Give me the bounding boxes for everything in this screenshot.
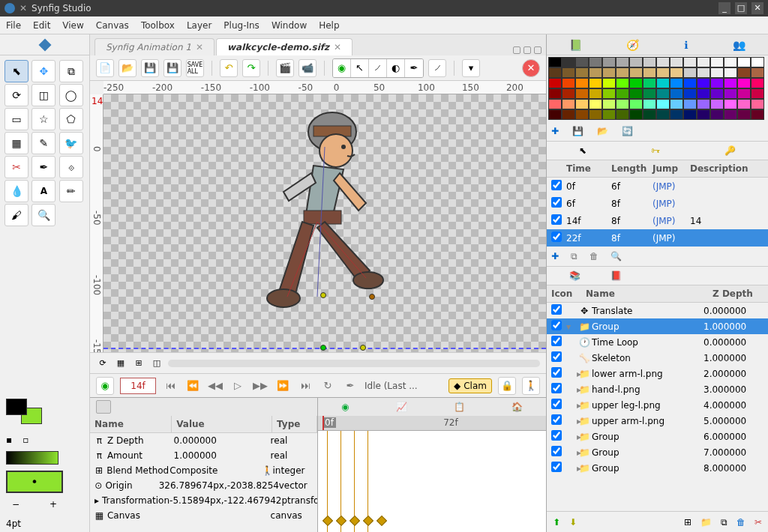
color-swatch[interactable] xyxy=(751,57,764,67)
timeline-body[interactable] xyxy=(318,431,546,532)
col-header-type[interactable]: Type xyxy=(272,416,317,432)
layer-row[interactable]: ▸📁upper leg-l.png4.000000 xyxy=(547,397,768,413)
color-swatch[interactable] xyxy=(737,57,751,67)
save-all-button[interactable]: SAVEALL xyxy=(186,59,204,77)
menu-edit[interactable]: Edit xyxy=(33,20,50,31)
color-swatch[interactable] xyxy=(562,57,575,67)
tool-spline[interactable]: ✎ xyxy=(32,132,56,154)
info-tab-icon[interactable]: ℹ xyxy=(684,39,688,51)
menu-plugins[interactable]: Plug-Ins xyxy=(224,20,260,31)
color-swatch[interactable] xyxy=(643,57,656,67)
col-header-icon[interactable]: Icon xyxy=(547,285,581,302)
swap-small-icon2[interactable]: ▫ xyxy=(22,435,28,445)
seek-next-kf-button[interactable]: ⏩ xyxy=(274,378,291,394)
open-file-button[interactable]: 📂 xyxy=(118,59,136,77)
color-swatch[interactable] xyxy=(670,78,683,88)
color-swatch[interactable] xyxy=(724,67,737,78)
col-header-time[interactable]: Time xyxy=(562,160,607,177)
clamp-button[interactable]: ◆ Clam xyxy=(448,378,492,393)
color-swatch[interactable] xyxy=(670,88,683,99)
kf-active-icon[interactable]: 🔑 xyxy=(724,145,736,156)
param-row[interactable]: ⊞Blend MethodComposite🚶integer xyxy=(90,463,317,478)
color-swatch[interactable] xyxy=(548,99,562,109)
color-swatch[interactable] xyxy=(710,67,724,78)
color-swatch[interactable] xyxy=(602,88,616,99)
color-swatch[interactable] xyxy=(751,99,764,109)
color-swatch[interactable] xyxy=(656,78,670,88)
col-header-description[interactable]: Description xyxy=(686,160,753,177)
loop-button[interactable]: ↻ xyxy=(320,378,336,394)
color-swatch[interactable] xyxy=(737,99,751,109)
feather-button[interactable]: ✒ xyxy=(405,59,423,77)
layer-row[interactable]: ▸📁upper arm-l.png5.000000 xyxy=(547,413,768,429)
tool-rectangle[interactable]: ▭ xyxy=(4,108,28,130)
canvas-stage[interactable] xyxy=(104,94,546,352)
layer-group-icon[interactable]: 📁 xyxy=(700,517,712,528)
toolbox-tab[interactable] xyxy=(0,34,89,55)
color-swatch[interactable] xyxy=(575,78,589,88)
palette-add-icon[interactable]: ✚ xyxy=(551,126,559,136)
params-tab-icon[interactable] xyxy=(96,400,111,414)
color-swatch[interactable] xyxy=(589,88,602,99)
tool-scale[interactable]: ⧉ xyxy=(59,60,83,82)
curves-tab-icon[interactable]: 📈 xyxy=(396,402,407,412)
color-swatch[interactable] xyxy=(562,99,575,109)
new-file-button[interactable]: 📄 xyxy=(96,59,114,77)
color-swatch[interactable] xyxy=(616,99,629,109)
brush-size-decrease[interactable]: − xyxy=(12,499,20,510)
color-swatch[interactable] xyxy=(656,88,670,99)
col-header-name[interactable]: Name xyxy=(581,285,708,302)
keyframe-row[interactable]: 22f8f(JMP) xyxy=(547,229,768,247)
param-row[interactable]: ⊙Origin326.789674px,-2038.8254vector xyxy=(90,478,317,493)
color-swatch[interactable] xyxy=(643,67,656,78)
color-swatch[interactable] xyxy=(737,67,751,78)
save-as-button[interactable]: 💾 xyxy=(164,59,182,77)
onion-skin-button[interactable]: ◉ xyxy=(333,59,351,77)
color-swatch[interactable] xyxy=(602,57,616,67)
color-swatch[interactable] xyxy=(629,78,643,88)
color-swatch[interactable] xyxy=(737,78,751,88)
color-swatch[interactable] xyxy=(710,88,724,99)
col-header-value[interactable]: Value xyxy=(172,416,272,432)
color-swatch[interactable] xyxy=(643,109,656,120)
render-button[interactable]: 🎬 xyxy=(276,59,294,77)
menu-window[interactable]: Window xyxy=(272,20,307,31)
menu-toolbox[interactable]: Toolbox xyxy=(141,20,175,31)
color-swatch[interactable] xyxy=(616,67,629,78)
keyframe-diamond[interactable] xyxy=(350,516,360,526)
menu-layer[interactable]: Layer xyxy=(187,20,212,31)
fg-bg-swatch[interactable] xyxy=(6,399,44,429)
layer-row[interactable]: ▸📁Group6.000000 xyxy=(547,429,768,444)
navigator-tab-icon[interactable]: 🧭 xyxy=(626,39,639,51)
layer-row[interactable]: ▸📁Group8.000000 xyxy=(547,460,768,476)
tool-cut[interactable]: ✂ xyxy=(4,156,28,178)
color-swatch[interactable] xyxy=(562,88,575,99)
close-icon[interactable]: ✕ xyxy=(196,42,203,52)
color-swatch[interactable] xyxy=(697,67,710,78)
tool-plant[interactable]: 🐦 xyxy=(59,132,83,154)
color-swatch[interactable] xyxy=(670,67,683,78)
layer-row[interactable]: 🕐Time Loop0.000000 xyxy=(547,334,768,350)
color-swatch[interactable] xyxy=(737,109,751,120)
tab-handle-icon[interactable] xyxy=(534,46,542,54)
color-swatch[interactable] xyxy=(697,78,710,88)
color-swatch[interactable] xyxy=(629,88,643,99)
palette-save-icon[interactable]: 💾 xyxy=(572,126,584,136)
seek-start-button[interactable]: ⏮ xyxy=(162,378,178,394)
col-header-jump[interactable]: Jump xyxy=(648,160,686,177)
palette-default-icon[interactable]: 🔄 xyxy=(622,126,633,136)
kf-remove-icon[interactable]: 🗑 xyxy=(590,251,598,262)
layer-raise-icon[interactable]: ⬆ xyxy=(553,517,560,528)
color-swatch[interactable] xyxy=(589,78,602,88)
color-swatch[interactable] xyxy=(589,109,602,120)
record-button[interactable]: ✕ xyxy=(522,59,540,77)
color-swatch[interactable] xyxy=(670,109,683,120)
show-grid-button[interactable]: ⟋ xyxy=(428,59,446,77)
palette-tab-icon[interactable]: 📗 xyxy=(569,39,582,51)
color-swatch[interactable] xyxy=(751,88,764,99)
color-swatch[interactable] xyxy=(616,57,629,67)
color-swatch[interactable] xyxy=(683,67,697,78)
color-swatch[interactable] xyxy=(562,67,575,78)
toolbar-dropdown[interactable]: ▾ xyxy=(462,59,480,77)
color-swatch[interactable] xyxy=(656,57,670,67)
